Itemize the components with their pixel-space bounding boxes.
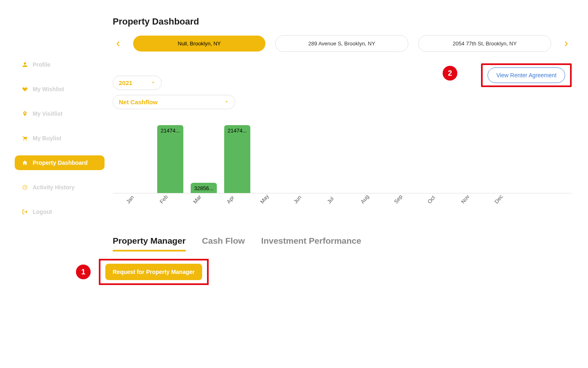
property-pill[interactable]: 2054 77th St, Brooklyn, NY (418, 35, 551, 52)
chart-bar-slot (455, 120, 488, 193)
tab-property-manager[interactable]: Property Manager (113, 236, 186, 251)
callout-badge-1: 1 (76, 265, 91, 279)
metric-select[interactable]: Net Cashflow (113, 95, 235, 109)
chart-bar-slot: 21474... (220, 120, 254, 193)
chart-bar-slot (120, 120, 154, 193)
sidebar-item-label: Property Dashboard (33, 159, 88, 166)
sidebar-item-logout[interactable]: Logout (15, 204, 105, 219)
chart-bar-slot (388, 120, 421, 193)
chevron-down-icon (224, 99, 229, 105)
sidebar-item-activity-history[interactable]: Activity History (15, 180, 105, 195)
chart-bar-slot (287, 120, 321, 193)
sidebar-item-wishlist[interactable]: My Wishlist (15, 82, 105, 96)
cashflow-chart: 21474...32856...21474... JanFebMarAprMay… (113, 120, 572, 215)
chart-x-tick: Jan (120, 201, 154, 215)
chart-x-tick: Feb (154, 201, 187, 215)
tab-investment-performance[interactable]: Investment Performance (261, 236, 361, 251)
chart-bar-slot (354, 120, 388, 193)
main-content: Property Dashboard Null, Brooklyn, NY 28… (105, 16, 572, 285)
request-row: 1 Request for Property Manager (76, 259, 572, 285)
callout-highlight-2: View Renter Agreement (481, 63, 572, 87)
sidebar-item-profile[interactable]: Profile (15, 57, 105, 72)
callout-highlight-1: Request for Property Manager (99, 259, 209, 285)
sidebar-item-label: Logout (33, 209, 52, 215)
chart-x-tick: May (254, 201, 287, 215)
callout-badge-2: 2 (443, 66, 457, 81)
pin-icon (21, 111, 29, 117)
chart-bar-label: 32856... (191, 185, 217, 191)
chart-bar-slot (488, 120, 522, 193)
sidebar-item-label: My Wishlist (33, 86, 64, 92)
chevron-right-icon (563, 38, 570, 49)
chart-x-tick: Oct (421, 201, 455, 215)
view-renter-agreement-button[interactable]: View Renter Agreement (488, 67, 565, 83)
property-pill[interactable]: Null, Brooklyn, NY (133, 36, 265, 52)
request-property-manager-button[interactable]: Request for Property Manager (105, 264, 202, 280)
clock-icon (21, 184, 29, 190)
agreement-row: 2 View Renter Agreement (113, 63, 572, 87)
home-icon (21, 160, 29, 166)
sidebar-item-property-dashboard[interactable]: Property Dashboard (15, 155, 105, 170)
chart-x-tick: Dec (488, 201, 522, 215)
logout-icon (21, 209, 29, 215)
chart-bar[interactable]: 21474... (157, 125, 183, 193)
chart-x-tick: Jun (287, 201, 321, 215)
chart-x-tick: Apr (220, 201, 254, 215)
chart-x-tick: Nov (455, 201, 488, 215)
sidebar-item-buylist[interactable]: My Buylist (15, 131, 105, 146)
sidebar-item-label: Profile (33, 61, 51, 68)
tab-bar: Property Manager Cash Flow Investment Pe… (113, 236, 572, 251)
chart-bar-slot (421, 120, 455, 193)
sidebar-item-label: Activity History (33, 184, 75, 191)
chart-bar-label: 21474... (224, 128, 250, 134)
user-icon (21, 62, 29, 67)
cart-icon (21, 135, 29, 141)
chart-bar-slot (321, 120, 354, 193)
property-selector-row: Null, Brooklyn, NY 289 Avenue S, Brookly… (113, 35, 572, 52)
page-title: Property Dashboard (113, 16, 572, 27)
sidebar: Profile My Wishlist My Visitlist My Buyl… (15, 16, 105, 285)
chart-x-tick: Jul (321, 201, 354, 215)
chart-x-tick: Aug (354, 201, 388, 215)
chart-bar-slot: 32856... (187, 120, 220, 193)
heart-icon (21, 86, 29, 92)
chart-x-tick: Mar (187, 201, 220, 215)
chart-bar[interactable]: 32856... (191, 183, 217, 193)
sidebar-item-label: My Buylist (33, 135, 61, 141)
chart-bar-label: 21474... (157, 128, 183, 134)
chart-bar-slot (254, 120, 287, 193)
property-pill[interactable]: 289 Avenue S, Brooklyn, NY (275, 35, 408, 52)
chart-bar-slot: 21474... (154, 120, 187, 193)
chart-x-tick: Sep (388, 201, 421, 215)
chart-bar[interactable]: 21474... (224, 125, 250, 193)
sidebar-item-label: My Visitlist (33, 110, 62, 117)
property-next-button[interactable] (561, 37, 572, 51)
tab-cash-flow[interactable]: Cash Flow (202, 236, 245, 251)
chevron-left-icon (114, 38, 122, 49)
metric-select-value: Net Cashflow (119, 99, 158, 105)
property-prev-button[interactable] (113, 37, 123, 51)
sidebar-item-visitlist[interactable]: My Visitlist (15, 106, 105, 121)
